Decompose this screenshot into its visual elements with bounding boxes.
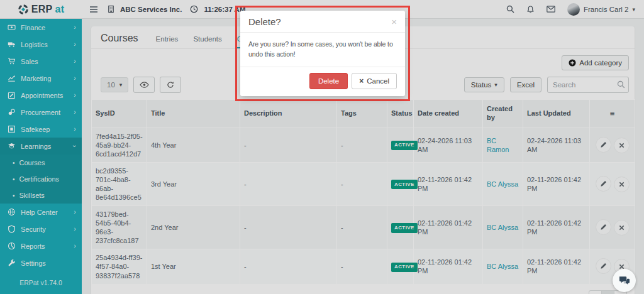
annotation-highlight-box: Delete? × Are you sure? In some cases, y… — [235, 6, 410, 101]
chat-bubbles-icon — [618, 275, 630, 286]
modal-title: Delete? — [248, 16, 281, 27]
delete-confirmation-modal: Delete? × Are you sure? In some cases, y… — [240, 11, 405, 96]
x-icon: × — [359, 77, 364, 85]
modal-message: Are you sure? In some cases, you won't b… — [240, 33, 405, 67]
app-window: ERPat ABC Services Inc. 11:26:37 AM — [0, 0, 644, 294]
close-icon[interactable]: × — [391, 17, 397, 26]
cancel-button[interactable]: ×Cancel — [352, 73, 397, 89]
chat-button[interactable] — [613, 269, 636, 292]
confirm-delete-button[interactable]: Delete — [309, 73, 348, 89]
